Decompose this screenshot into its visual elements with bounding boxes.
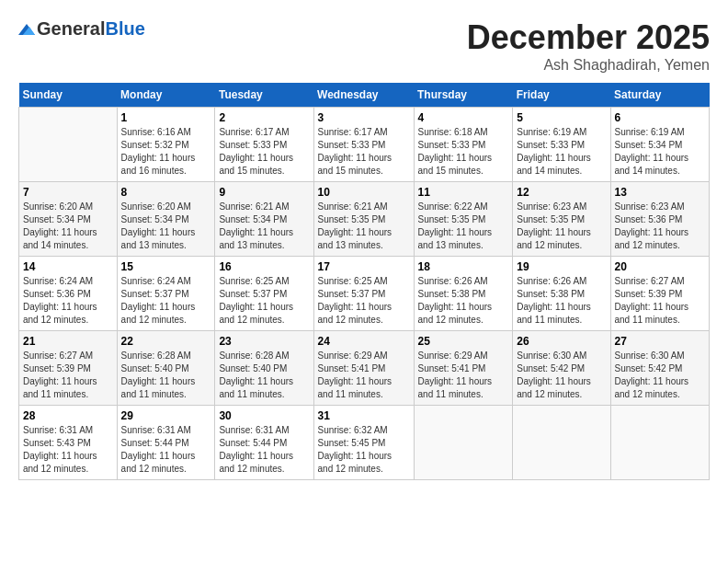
day-info: Sunrise: 6:23 AMSunset: 5:35 PMDaylight:… — [517, 201, 606, 252]
day-info: Sunrise: 6:24 AMSunset: 5:36 PMDaylight:… — [23, 275, 113, 327]
day-number: 27 — [615, 335, 706, 348]
day-info: Sunrise: 6:28 AMSunset: 5:40 PMDaylight:… — [219, 350, 309, 401]
calendar-cell: 22Sunrise: 6:28 AMSunset: 5:40 PMDayligh… — [117, 331, 215, 406]
day-info: Sunrise: 6:19 AMSunset: 5:33 PMDaylight:… — [517, 126, 606, 178]
calendar-cell: 5Sunrise: 6:19 AMSunset: 5:33 PMDaylight… — [513, 108, 610, 182]
day-number: 31 — [318, 409, 410, 422]
calendar-cell: 15Sunrise: 6:24 AMSunset: 5:37 PMDayligh… — [117, 257, 215, 331]
day-info: Sunrise: 6:27 AMSunset: 5:39 PMDaylight:… — [615, 275, 706, 327]
logo-icon — [18, 24, 35, 35]
day-number: 15 — [121, 260, 211, 273]
calendar-cell: 24Sunrise: 6:29 AMSunset: 5:41 PMDayligh… — [313, 331, 414, 406]
calendar-week-4: 21Sunrise: 6:27 AMSunset: 5:39 PMDayligh… — [19, 331, 710, 406]
day-info: Sunrise: 6:16 AMSunset: 5:32 PMDaylight:… — [121, 126, 211, 178]
day-info: Sunrise: 6:19 AMSunset: 5:34 PMDaylight:… — [615, 126, 706, 178]
calendar-cell: 29Sunrise: 6:31 AMSunset: 5:44 PMDayligh… — [117, 406, 215, 480]
day-number: 20 — [615, 260, 706, 273]
day-info: Sunrise: 6:25 AMSunset: 5:37 PMDaylight:… — [318, 275, 410, 327]
page-container: GeneralBlue December 2025 Ash Shaghadira… — [0, 0, 728, 489]
calendar-cell: 21Sunrise: 6:27 AMSunset: 5:39 PMDayligh… — [19, 331, 118, 406]
day-number: 12 — [517, 186, 606, 199]
day-info: Sunrise: 6:17 AMSunset: 5:33 PMDaylight:… — [219, 126, 309, 178]
day-number: 13 — [615, 186, 706, 199]
day-info: Sunrise: 6:29 AMSunset: 5:41 PMDaylight:… — [418, 350, 509, 401]
calendar-cell: 31Sunrise: 6:32 AMSunset: 5:45 PMDayligh… — [313, 406, 414, 480]
calendar-cell: 23Sunrise: 6:28 AMSunset: 5:40 PMDayligh… — [215, 331, 313, 406]
day-number: 21 — [23, 335, 113, 348]
day-info: Sunrise: 6:18 AMSunset: 5:33 PMDaylight:… — [418, 126, 509, 178]
day-info: Sunrise: 6:31 AMSunset: 5:44 PMDaylight:… — [219, 424, 309, 476]
calendar-cell: 14Sunrise: 6:24 AMSunset: 5:36 PMDayligh… — [19, 257, 118, 331]
day-number: 4 — [418, 111, 509, 124]
day-number: 7 — [23, 186, 113, 199]
day-number: 18 — [418, 260, 509, 273]
day-info: Sunrise: 6:28 AMSunset: 5:40 PMDaylight:… — [121, 350, 211, 401]
day-info: Sunrise: 6:29 AMSunset: 5:41 PMDaylight:… — [318, 350, 410, 401]
day-number: 9 — [219, 186, 309, 199]
day-info: Sunrise: 6:30 AMSunset: 5:42 PMDaylight:… — [517, 350, 606, 401]
calendar-cell: 10Sunrise: 6:21 AMSunset: 5:35 PMDayligh… — [313, 182, 414, 257]
day-info: Sunrise: 6:21 AMSunset: 5:35 PMDaylight:… — [318, 201, 410, 252]
day-info: Sunrise: 6:24 AMSunset: 5:37 PMDaylight:… — [121, 275, 211, 327]
calendar-cell: 11Sunrise: 6:22 AMSunset: 5:35 PMDayligh… — [414, 182, 513, 257]
day-info: Sunrise: 6:21 AMSunset: 5:34 PMDaylight:… — [219, 201, 309, 252]
day-info: Sunrise: 6:22 AMSunset: 5:35 PMDaylight:… — [418, 201, 509, 252]
calendar-cell: 2Sunrise: 6:17 AMSunset: 5:33 PMDaylight… — [215, 108, 313, 182]
header-wednesday: Wednesday — [313, 83, 414, 108]
day-info: Sunrise: 6:32 AMSunset: 5:45 PMDaylight:… — [318, 424, 410, 476]
day-info: Sunrise: 6:31 AMSunset: 5:44 PMDaylight:… — [121, 424, 211, 476]
day-number: 14 — [23, 260, 113, 273]
day-number: 2 — [219, 111, 309, 124]
day-number: 16 — [219, 260, 309, 273]
calendar-cell: 28Sunrise: 6:31 AMSunset: 5:43 PMDayligh… — [19, 406, 118, 480]
day-info: Sunrise: 6:20 AMSunset: 5:34 PMDaylight:… — [23, 201, 113, 252]
day-number: 1 — [121, 111, 211, 124]
calendar-cell: 17Sunrise: 6:25 AMSunset: 5:37 PMDayligh… — [313, 257, 414, 331]
calendar-cell: 16Sunrise: 6:25 AMSunset: 5:37 PMDayligh… — [215, 257, 313, 331]
day-number: 22 — [121, 335, 211, 348]
calendar-cell: 20Sunrise: 6:27 AMSunset: 5:39 PMDayligh… — [610, 257, 710, 331]
calendar-cell: 1Sunrise: 6:16 AMSunset: 5:32 PMDaylight… — [117, 108, 215, 182]
calendar-cell — [610, 406, 710, 480]
day-info: Sunrise: 6:30 AMSunset: 5:42 PMDaylight:… — [615, 350, 706, 401]
day-number: 5 — [517, 111, 606, 124]
header-saturday: Saturday — [610, 83, 710, 108]
calendar-week-2: 7Sunrise: 6:20 AMSunset: 5:34 PMDaylight… — [19, 182, 710, 257]
day-number: 8 — [121, 186, 211, 199]
day-info: Sunrise: 6:17 AMSunset: 5:33 PMDaylight:… — [318, 126, 410, 178]
calendar-cell: 26Sunrise: 6:30 AMSunset: 5:42 PMDayligh… — [513, 331, 610, 406]
calendar-cell: 12Sunrise: 6:23 AMSunset: 5:35 PMDayligh… — [513, 182, 610, 257]
calendar-week-1: 1Sunrise: 6:16 AMSunset: 5:32 PMDaylight… — [19, 108, 710, 182]
day-number: 25 — [418, 335, 509, 348]
calendar-cell: 8Sunrise: 6:20 AMSunset: 5:34 PMDaylight… — [117, 182, 215, 257]
day-info: Sunrise: 6:20 AMSunset: 5:34 PMDaylight:… — [121, 201, 211, 252]
day-info: Sunrise: 6:25 AMSunset: 5:37 PMDaylight:… — [219, 275, 309, 327]
header-tuesday: Tuesday — [215, 83, 313, 108]
calendar-cell: 27Sunrise: 6:30 AMSunset: 5:42 PMDayligh… — [610, 331, 710, 406]
logo-general: General — [37, 18, 105, 40]
month-title: December 2025 — [467, 18, 710, 57]
day-info: Sunrise: 6:26 AMSunset: 5:38 PMDaylight:… — [418, 275, 509, 327]
day-info: Sunrise: 6:27 AMSunset: 5:39 PMDaylight:… — [23, 350, 113, 401]
day-number: 30 — [219, 409, 309, 422]
day-number: 29 — [121, 409, 211, 422]
calendar-cell: 4Sunrise: 6:18 AMSunset: 5:33 PMDaylight… — [414, 108, 513, 182]
day-number: 26 — [517, 335, 606, 348]
day-info: Sunrise: 6:23 AMSunset: 5:36 PMDaylight:… — [615, 201, 706, 252]
calendar-cell: 6Sunrise: 6:19 AMSunset: 5:34 PMDaylight… — [610, 108, 710, 182]
day-number: 17 — [318, 260, 410, 273]
calendar-cell: 25Sunrise: 6:29 AMSunset: 5:41 PMDayligh… — [414, 331, 513, 406]
day-number: 10 — [318, 186, 410, 199]
calendar-cell — [19, 108, 118, 182]
header-row: Sunday Monday Tuesday Wednesday Thursday… — [19, 83, 710, 108]
header-thursday: Thursday — [414, 83, 513, 108]
header-sunday: Sunday — [19, 83, 118, 108]
header: GeneralBlue December 2025 Ash Shaghadira… — [18, 18, 710, 74]
calendar-cell: 19Sunrise: 6:26 AMSunset: 5:38 PMDayligh… — [513, 257, 610, 331]
logo: GeneralBlue — [18, 18, 145, 40]
title-section: December 2025 Ash Shaghadirah, Yemen — [467, 18, 710, 74]
day-number: 19 — [517, 260, 606, 273]
calendar-cell: 3Sunrise: 6:17 AMSunset: 5:33 PMDaylight… — [313, 108, 414, 182]
calendar-week-5: 28Sunrise: 6:31 AMSunset: 5:43 PMDayligh… — [19, 406, 710, 480]
location: Ash Shaghadirah, Yemen — [467, 57, 710, 74]
